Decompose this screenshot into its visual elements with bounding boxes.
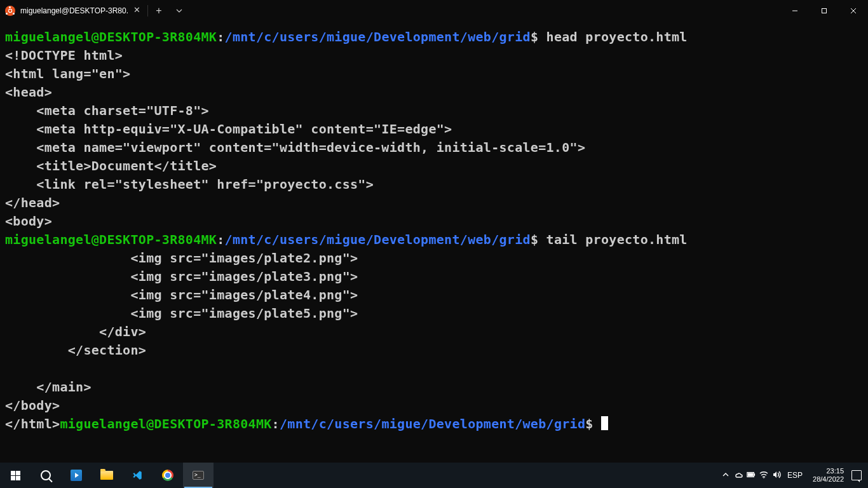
- tray-onedrive-icon[interactable]: [734, 470, 743, 481]
- tray-date: 28/4/2022: [813, 475, 844, 484]
- ubuntu-icon: [5, 6, 15, 16]
- folder-icon: [100, 471, 113, 480]
- search-icon: [41, 470, 51, 480]
- chrome-icon: [162, 470, 173, 481]
- terminal-tab[interactable]: miguelangel@DESKTOP-3R80... ✕: [0, 0, 147, 22]
- tray-battery-icon[interactable]: [747, 470, 756, 481]
- prompt-user: miguelangel@DESKTOP-3R804MK: [5, 29, 217, 44]
- system-tray: ESP 23:15 28/4/2022: [721, 463, 868, 488]
- prompt-dollar: $: [531, 29, 538, 44]
- prompt-colon: :: [272, 416, 280, 431]
- taskbar-explorer[interactable]: [92, 463, 122, 488]
- taskbar-chrome[interactable]: [153, 463, 183, 488]
- prompt-user: miguelangel@DESKTOP-3R804MK: [5, 232, 217, 247]
- tray-volume-icon[interactable]: [772, 470, 781, 481]
- tab-dropdown-icon[interactable]: [170, 0, 189, 22]
- terminal-output[interactable]: miguelangel@DESKTOP-3R804MK:/mnt/c/users…: [0, 22, 868, 463]
- window-titlebar: miguelangel@DESKTOP-3R80... ✕ +: [0, 0, 868, 22]
- prompt-path: /mnt/c/users/migue/Development/web/grid: [280, 416, 585, 431]
- prompt-path: /mnt/c/users/migue/Development/web/grid: [225, 29, 531, 44]
- terminal-cursor: [601, 416, 608, 430]
- maximize-button[interactable]: [810, 0, 839, 22]
- taskbar-vscode[interactable]: [122, 463, 153, 488]
- svg-rect-5: [754, 473, 755, 476]
- close-window-button[interactable]: [839, 0, 868, 22]
- titlebar-drag-region[interactable]: [189, 0, 780, 22]
- start-button[interactable]: [0, 463, 31, 488]
- new-tab-button[interactable]: +: [148, 0, 170, 22]
- tray-clock[interactable]: 23:15 28/4/2022: [809, 467, 848, 484]
- minimize-button[interactable]: [780, 0, 810, 22]
- tray-time: 23:15: [813, 467, 844, 475]
- prompt-colon: :: [217, 29, 224, 44]
- tray-language[interactable]: ESP: [785, 471, 805, 480]
- search-button[interactable]: [31, 463, 61, 488]
- notifications-icon[interactable]: [851, 470, 862, 480]
- prompt-colon: :: [217, 232, 224, 247]
- command-2: tail proyecto.html: [538, 232, 687, 247]
- head-output: <!DOCTYPE html> <html lang="en"> <head> …: [5, 48, 585, 229]
- prompt-dollar: $: [531, 232, 538, 247]
- windows-icon: [11, 471, 20, 480]
- terminal-icon: [193, 471, 204, 480]
- tray-wifi-icon[interactable]: [759, 470, 768, 481]
- tab-title: miguelangel@DESKTOP-3R80...: [20, 6, 128, 15]
- svg-rect-6: [748, 473, 754, 476]
- window-controls: [780, 0, 868, 22]
- svg-rect-1: [822, 9, 827, 13]
- tray-chevron-icon[interactable]: [721, 470, 730, 481]
- windows-taskbar: ESP 23:15 28/4/2022: [0, 463, 868, 488]
- tail-output: <img src="images/plate2.png"> <img src="…: [5, 250, 358, 431]
- prompt-dollar: $: [585, 416, 593, 431]
- close-tab-icon[interactable]: ✕: [133, 7, 141, 15]
- taskbar-movies[interactable]: [61, 463, 92, 488]
- taskbar-terminal[interactable]: [183, 463, 214, 488]
- command-1: head proyecto.html: [538, 29, 687, 44]
- prompt-path: /mnt/c/users/migue/Development/web/grid: [225, 232, 531, 247]
- movies-icon: [71, 470, 82, 481]
- svg-point-7: [763, 477, 764, 478]
- vscode-icon: [132, 470, 143, 481]
- prompt-user: miguelangel@DESKTOP-3R804MK: [60, 416, 271, 431]
